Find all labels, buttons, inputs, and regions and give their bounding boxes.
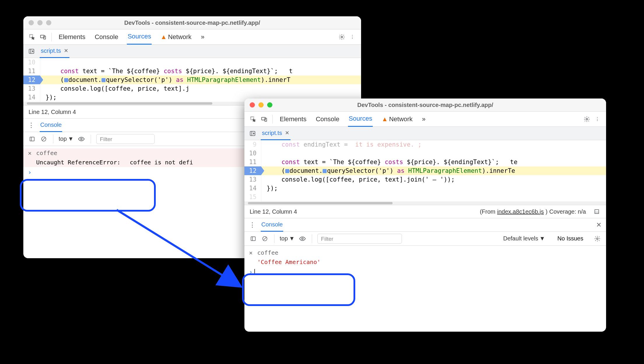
- titlebar: DevTools - consistent-source-map-pc.netl…: [244, 99, 606, 112]
- console-output[interactable]: ✕ coffee 'Coffee Americano' ›: [244, 246, 606, 332]
- device-icon[interactable]: [39, 33, 47, 41]
- svg-point-24: [596, 238, 598, 240]
- live-expression-icon[interactable]: [77, 135, 85, 143]
- console-entry: ✕ coffee: [244, 248, 606, 257]
- settings-icon[interactable]: [583, 115, 591, 123]
- breakpoint-marker-icon: [102, 78, 106, 82]
- horizontal-scrollbar[interactable]: [244, 201, 606, 205]
- console-settings-icon[interactable]: [593, 235, 601, 243]
- kebab-icon[interactable]: ⋮: [348, 33, 356, 41]
- svg-point-14: [586, 118, 588, 120]
- code-line: const endingText = it is expensive. ;: [261, 140, 606, 149]
- console-prompt[interactable]: ›: [244, 267, 606, 277]
- tab-network[interactable]: ▲ Network: [381, 112, 413, 126]
- window-title: DevTools - consistent-source-map-pc.netl…: [244, 102, 606, 108]
- navigator-toggle-icon[interactable]: [27, 47, 36, 55]
- close-entry-icon[interactable]: ✕: [28, 150, 33, 156]
- code-line-current: (document.querySelector('p') as HTMLPara…: [40, 75, 361, 84]
- more-tabs[interactable]: »: [200, 30, 205, 44]
- sidebar-toggle-icon[interactable]: [28, 135, 36, 143]
- drawer-tab-console[interactable]: Console: [40, 119, 62, 132]
- svg-point-10: [80, 138, 82, 140]
- svg-rect-19: [251, 237, 256, 240]
- tab-sources[interactable]: Sources: [127, 29, 152, 45]
- warning-icon: ▲: [382, 115, 388, 123]
- log-levels[interactable]: Default levels ▼: [503, 235, 545, 242]
- close-tab-icon[interactable]: ✕: [64, 48, 68, 54]
- window-title: DevTools - consistent-source-map-pc.netl…: [23, 20, 361, 26]
- breakpoint-marker-icon: [285, 169, 289, 173]
- svg-rect-6: [30, 137, 34, 141]
- settings-icon[interactable]: [338, 33, 346, 41]
- zoom-window[interactable]: [46, 20, 51, 25]
- filter-input[interactable]: Filter: [96, 134, 155, 144]
- context-selector[interactable]: top ▼: [280, 235, 295, 242]
- gutter: 10 11 12 13 14: [23, 58, 40, 102]
- code-editor[interactable]: 10 11 12 13 14 const text = `The ${coffe…: [23, 58, 361, 102]
- issues-link[interactable]: No Issues: [557, 235, 583, 242]
- code-line: console.log([coffee, price, text].join('…: [261, 175, 606, 184]
- coverage-icon[interactable]: [593, 208, 601, 216]
- cursor-position: Line 12, Column 4: [29, 109, 76, 115]
- titlebar: DevTools - consistent-source-map-pc.netl…: [23, 16, 361, 29]
- sidebar-toggle-icon[interactable]: [249, 235, 257, 243]
- drawer-kebab-icon[interactable]: ⋮: [28, 122, 34, 129]
- tab-sources[interactable]: Sources: [348, 111, 373, 127]
- warning-icon: ▲: [160, 33, 167, 41]
- close-drawer-icon[interactable]: ✕: [596, 221, 601, 229]
- drawer-tab-console[interactable]: Console: [261, 218, 283, 232]
- code-line: });: [261, 184, 606, 193]
- file-tab-label: script.ts: [41, 48, 61, 54]
- console-input-text: coffee: [257, 249, 278, 256]
- clear-console-icon[interactable]: [40, 135, 48, 143]
- close-window[interactable]: [250, 102, 255, 108]
- inspect-icon[interactable]: [249, 115, 257, 123]
- code-line: const text = `The ${coffee} costs ${pric…: [40, 67, 361, 75]
- console-result: 'Coffee Americano': [244, 257, 606, 267]
- zoom-window[interactable]: [267, 102, 272, 108]
- cursor-position: Line 12, Column 4: [250, 208, 297, 215]
- file-tabs: script.ts ✕: [23, 45, 361, 58]
- drawer-kebab-icon[interactable]: ⋮: [249, 221, 256, 229]
- code-line: [261, 149, 606, 158]
- file-tabs: script.ts ✕: [244, 127, 606, 140]
- clear-console-icon[interactable]: [261, 235, 269, 243]
- code-line: [261, 193, 606, 201]
- svg-rect-18: [595, 212, 598, 214]
- filter-input[interactable]: Filter: [317, 234, 402, 244]
- tab-console[interactable]: Console: [315, 112, 340, 126]
- file-tab-script[interactable]: script.ts ✕: [40, 45, 69, 58]
- tab-elements[interactable]: Elements: [58, 30, 86, 44]
- live-expression-icon[interactable]: [298, 235, 307, 243]
- svg-point-3: [341, 36, 343, 38]
- svg-point-23: [302, 238, 303, 240]
- device-icon[interactable]: [260, 115, 268, 123]
- close-window[interactable]: [29, 20, 34, 25]
- file-tab-script[interactable]: script.ts ✕: [261, 127, 290, 140]
- close-entry-icon[interactable]: ✕: [249, 249, 254, 256]
- console-toolbar: top ▼ Filter Default levels ▼ No Issues: [244, 232, 606, 246]
- context-selector[interactable]: top ▼: [59, 136, 74, 142]
- devtools-tabbar: Elements Console Sources ▲ Network » ⋮: [23, 29, 361, 45]
- tab-elements[interactable]: Elements: [279, 112, 307, 126]
- code-editor[interactable]: 9 10 11 12 13 14 15 const endingText = i…: [244, 140, 606, 201]
- tab-console[interactable]: Console: [94, 30, 119, 44]
- source-link[interactable]: index.a8c1ec6b.js: [497, 208, 544, 215]
- code-line: [40, 58, 361, 67]
- minimize-window[interactable]: [37, 20, 43, 25]
- svg-line-9: [42, 138, 45, 140]
- more-tabs[interactable]: »: [421, 112, 426, 126]
- breakpoint-marker-icon: [64, 78, 68, 82]
- inspect-icon[interactable]: [28, 33, 36, 41]
- code-line: console.log([coffee, price, text].j: [40, 84, 361, 93]
- close-tab-icon[interactable]: ✕: [285, 130, 289, 136]
- kebab-icon[interactable]: ⋮: [593, 115, 601, 123]
- console-input-text: coffee: [36, 150, 57, 156]
- devtools-tabbar: Elements Console Sources ▲ Network » ⋮: [244, 112, 606, 127]
- code-line-current: (document.querySelector('p') as HTMLPara…: [261, 166, 606, 175]
- minimize-window[interactable]: [258, 102, 264, 108]
- file-tab-label: script.ts: [262, 130, 282, 136]
- navigator-toggle-icon[interactable]: [249, 129, 257, 138]
- tab-network[interactable]: ▲ Network: [160, 30, 192, 44]
- gutter: 9 10 11 12 13 14 15: [244, 140, 261, 201]
